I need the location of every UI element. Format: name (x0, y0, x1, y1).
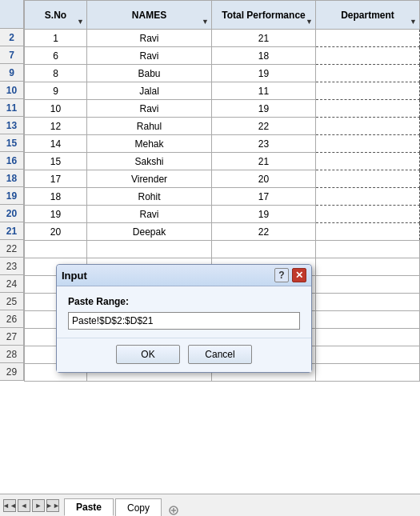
cell-total[interactable]: 18 (212, 47, 316, 65)
table-row: 8 Babu 19 (25, 65, 420, 82)
input-dialog: Input ? ✕ Paste Range: OK Cancel (56, 264, 312, 373)
cell-dept[interactable] (316, 170, 420, 188)
cell-name[interactable]: Ravi (87, 206, 212, 223)
modal-input-label: Paste Range: (68, 296, 300, 307)
nav-last-button[interactable]: ►► (46, 499, 59, 512)
col-header-dept[interactable]: Department ▼ (316, 1, 420, 30)
cell-name[interactable]: Jalal (87, 82, 212, 100)
cell-name[interactable]: Deepak (87, 223, 212, 241)
table-row: 10 Ravi 19 (25, 100, 420, 118)
cell-total[interactable]: 17 (212, 188, 316, 206)
cell-total[interactable]: 21 (212, 153, 316, 170)
cell-total[interactable]: 19 (212, 206, 316, 223)
row-number-2: 2 (0, 29, 24, 46)
cell-dept[interactable] (316, 206, 420, 223)
row-number-26: 26 (0, 310, 24, 328)
table-row: 20 Deepak 22 (25, 223, 420, 241)
paste-range-input[interactable] (68, 312, 300, 330)
cell-name[interactable]: Virender (87, 170, 212, 188)
table-row: 18 Rohit 17 (25, 188, 420, 206)
table-row: 14 Mehak 23 (25, 135, 420, 153)
cell-dept[interactable] (316, 153, 420, 170)
filter-icon-sno[interactable]: ▼ (77, 18, 84, 26)
row-number-20: 20 (0, 205, 24, 222)
cell-total[interactable]: 11 (212, 82, 316, 100)
cell-total[interactable]: 23 (212, 135, 316, 153)
cell-sno[interactable]: 18 (25, 188, 87, 206)
tab-navigation: ◄◄ ◄ ► ►► (3, 499, 59, 512)
row-number-18: 18 (0, 170, 24, 187)
cell-total[interactable]: 21 (212, 30, 316, 47)
cell-sno[interactable]: 19 (25, 206, 87, 223)
tab-paste[interactable]: Paste (64, 498, 114, 516)
cell-sno[interactable]: 10 (25, 100, 87, 118)
cell-total[interactable]: 19 (212, 65, 316, 82)
row-number-23: 23 (0, 258, 24, 275)
cell-dept[interactable] (316, 100, 420, 118)
nav-prev-button[interactable]: ◄ (18, 499, 30, 512)
cell-sno[interactable]: 14 (25, 135, 87, 153)
cell-sno[interactable]: 8 (25, 65, 87, 82)
cell-name[interactable]: Rohit (87, 188, 212, 206)
cell-sno[interactable]: 17 (25, 170, 87, 188)
table-row-empty (25, 241, 420, 258)
row-number-21: 21 (0, 222, 24, 240)
row-number-16: 16 (0, 152, 24, 170)
cell-sno[interactable]: 1 (25, 30, 87, 47)
row-number-9: 9 (0, 64, 24, 82)
cancel-button[interactable]: Cancel (188, 345, 252, 364)
filter-icon-names[interactable]: ▼ (202, 18, 209, 26)
cell-dept[interactable] (316, 30, 420, 47)
modal-titlebar: Input ? ✕ (57, 265, 311, 286)
cell-total[interactable]: 22 (212, 223, 316, 241)
ok-button[interactable]: OK (116, 345, 180, 364)
cell-total[interactable]: 20 (212, 170, 316, 188)
sheet-tabs: Paste Copy (64, 494, 179, 516)
modal-close-button[interactable]: ✕ (292, 268, 306, 282)
col-header-total[interactable]: Total Performance ▼ (212, 1, 316, 30)
col-header-sno[interactable]: S.No ▼ (25, 1, 87, 30)
table-row: 12 Rahul 22 (25, 118, 420, 135)
cell-dept[interactable] (316, 47, 420, 65)
row-number-7: 7 (0, 46, 24, 64)
cell-name[interactable]: Ravi (87, 100, 212, 118)
cell-dept[interactable] (316, 188, 420, 206)
cell-sno[interactable]: 9 (25, 82, 87, 100)
row-number-25: 25 (0, 293, 24, 310)
cell-sno[interactable]: 20 (25, 223, 87, 241)
cell-name[interactable]: Ravi (87, 47, 212, 65)
table-row: 6 Ravi 18 (25, 47, 420, 65)
cell-dept[interactable] (316, 82, 420, 100)
cell-name[interactable]: Babu (87, 65, 212, 82)
cell-dept[interactable] (316, 135, 420, 153)
cell-total[interactable]: 22 (212, 118, 316, 135)
row-number-11: 11 (0, 99, 24, 117)
col-header-names[interactable]: NAMES ▼ (87, 1, 212, 30)
cell-name[interactable]: Ravi (87, 30, 212, 47)
nav-first-button[interactable]: ◄◄ (3, 499, 16, 512)
cell-sno[interactable]: 12 (25, 118, 87, 135)
cell-total[interactable]: 19 (212, 100, 316, 118)
cell-name[interactable]: Rahul (87, 118, 212, 135)
tab-copy[interactable]: Copy (115, 498, 162, 516)
row-number-27: 27 (0, 328, 24, 346)
cell-dept[interactable] (316, 223, 420, 241)
cell-name[interactable]: Sakshi (87, 153, 212, 170)
filter-icon-dept[interactable]: ▼ (410, 18, 417, 26)
cell-dept[interactable] (316, 118, 420, 135)
cell-dept[interactable] (316, 65, 420, 82)
filter-icon-total[interactable]: ▼ (306, 18, 313, 26)
row-number-13: 13 (0, 117, 24, 134)
modal-body: Paste Range: (57, 286, 311, 338)
tab-bar: ◄◄ ◄ ► ►► Paste Copy (0, 494, 420, 516)
row-number-15: 15 (0, 134, 24, 152)
modal-help-button[interactable]: ? (274, 268, 289, 282)
cell-sno[interactable]: 6 (25, 47, 87, 65)
row-number-22: 22 (0, 240, 24, 258)
table-row: 9 Jalal 11 (25, 82, 420, 100)
cell-sno[interactable]: 15 (25, 153, 87, 170)
cell-name[interactable]: Mehak (87, 135, 212, 153)
table-row: 1 Ravi 21 (25, 30, 420, 47)
row-number-29: 29 (0, 363, 24, 381)
nav-next-button[interactable]: ► (32, 499, 45, 512)
